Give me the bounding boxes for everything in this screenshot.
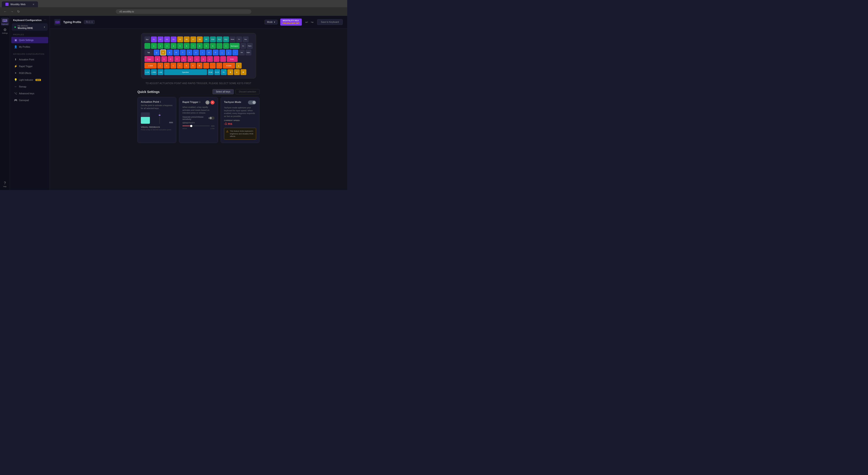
key-lalt[interactable]: L-Alt [158, 69, 163, 75]
key-6[interactable]: 6 [184, 43, 190, 49]
undo-button[interactable]: ↩ [305, 20, 309, 25]
key-2[interactable]: 2 [158, 43, 163, 49]
key-f4[interactable]: F4 [170, 36, 177, 42]
key-r[interactable]: R [174, 50, 179, 55]
key-rbracket[interactable]: ] [226, 50, 232, 55]
key-v[interactable]: V [177, 63, 183, 68]
key-q[interactable]: Q [154, 50, 160, 55]
key-i[interactable]: I [199, 50, 206, 55]
key-s[interactable]: S [161, 56, 167, 62]
key-backspace[interactable]: Backspace [230, 43, 240, 49]
rt-minimize-button[interactable]: – [206, 100, 210, 105]
rt-info-icon[interactable]: ℹ [199, 101, 200, 103]
key-left[interactable]: ◀ [227, 69, 233, 75]
mode-selector[interactable]: Mode ▾ [265, 20, 278, 24]
key-n[interactable]: N [190, 63, 196, 68]
key-o[interactable]: O [206, 50, 212, 55]
key-t[interactable]: T [180, 50, 186, 55]
key-3[interactable]: 3 [164, 43, 170, 49]
sidebar-item-actuation-point[interactable]: ⬇ Actuation Point [11, 56, 48, 63]
url-input[interactable]: v5.wootility.io [116, 9, 251, 14]
sidebar-item-advanced-keys[interactable]: ⌥ Advanced keys [11, 90, 48, 96]
rt-close-button[interactable]: ✕ [211, 100, 215, 105]
key-4[interactable]: 4 [170, 43, 177, 49]
key-right[interactable]: ▶ [241, 69, 246, 75]
key-f6[interactable]: F6 [184, 36, 190, 42]
key-lctrl[interactable]: L-Ctl [145, 69, 150, 75]
key-minus[interactable]: - [217, 43, 222, 49]
key-f8[interactable]: F8 [197, 36, 203, 42]
tachyon-toggle[interactable] [248, 100, 256, 105]
key-z[interactable]: Z [157, 63, 163, 68]
redo-button[interactable]: ↪ [310, 20, 314, 25]
key-up[interactable]: ▲ [236, 63, 242, 68]
key-pgup[interactable]: PgUp [247, 43, 253, 49]
key-k[interactable]: K [200, 56, 206, 62]
key-backtick[interactable]: ` [145, 43, 150, 49]
sidebar-menu-icon[interactable]: ⋯ [44, 19, 46, 22]
key-ralt[interactable]: R-Alt [208, 69, 214, 75]
key-c[interactable]: C [170, 63, 176, 68]
key-comma[interactable]: , [203, 63, 209, 68]
select-all-keys-button[interactable]: Select all keys [213, 89, 234, 94]
key-period[interactable]: . [210, 63, 216, 68]
sidebar-item-rgb-effects[interactable]: ✦ RGB Effects [11, 70, 48, 76]
key-tab[interactable]: Tab [145, 50, 153, 55]
rail-help-button[interactable]: ? Help [1, 180, 9, 188]
key-1[interactable]: 1 [151, 43, 157, 49]
key-7[interactable]: 7 [190, 43, 196, 49]
key-ins[interactable]: Ins [240, 43, 246, 49]
key-f2[interactable]: F2 [158, 36, 163, 42]
key-f11[interactable]: F11 [217, 36, 222, 42]
key-backslash[interactable]: \ [232, 50, 238, 55]
key-f10[interactable]: F10 [210, 36, 216, 42]
key-e[interactable]: E [167, 50, 173, 55]
ap-slider[interactable] [152, 112, 167, 124]
key-x[interactable]: X [164, 63, 170, 68]
key-y[interactable]: Y [186, 50, 192, 55]
key-9[interactable]: 9 [204, 43, 209, 49]
key-0[interactable]: 0 [210, 43, 216, 49]
key-pause[interactable]: Pau [243, 36, 249, 42]
key-f7[interactable]: F7 [190, 36, 196, 42]
sidebar-item-light-indicator[interactable]: 💡 Light Indicator NEW [11, 77, 48, 83]
sensitivity-slider[interactable] [182, 125, 210, 126]
sidebar-item-gamepad[interactable]: 🎮 Gamepad [11, 97, 48, 103]
key-lbracket[interactable]: [ [219, 50, 225, 55]
key-rctrl[interactable]: R-Ctl [214, 69, 220, 75]
actuation-info-icon[interactable]: ℹ [160, 101, 161, 103]
key-caps[interactable]: Caps [145, 56, 154, 62]
sidebar-item-quick-settings[interactable]: ▣ Quick Settings [11, 37, 48, 43]
key-w[interactable]: W [160, 50, 166, 55]
sidebar-item-remap[interactable]: ↔ Remap [11, 84, 48, 90]
sidebar-item-my-profiles[interactable]: 👤 My Profiles [11, 43, 48, 50]
key-pgdn[interactable]: PgDn [246, 50, 251, 55]
key-f5[interactable]: F5 [177, 36, 183, 42]
key-b[interactable]: B [184, 63, 189, 68]
key-lshift[interactable]: L-Shift [145, 63, 157, 68]
key-g[interactable]: G [181, 56, 187, 62]
key-del[interactable]: Del [239, 50, 245, 55]
key-slash[interactable]: / [216, 63, 222, 68]
key-h[interactable]: H [187, 56, 193, 62]
discard-selection-button[interactable]: Discard selection [236, 89, 259, 94]
key-a[interactable]: A [155, 56, 160, 62]
key-semicolon[interactable]: ; [214, 56, 219, 62]
key-f12[interactable]: F12 [223, 36, 229, 42]
key-f9[interactable]: F9 [204, 36, 209, 42]
key-f3[interactable]: F3 [164, 36, 170, 42]
key-d[interactable]: D [168, 56, 174, 62]
key-p[interactable]: P [213, 50, 219, 55]
sidebar-item-rapid-trigger[interactable]: ⚡ Rapid Trigger [11, 63, 48, 69]
key-5[interactable]: 5 [177, 43, 183, 49]
key-equals[interactable]: = [223, 43, 229, 49]
separate-toggle[interactable] [209, 117, 215, 120]
key-enter[interactable]: Enter [227, 56, 238, 62]
active-tab[interactable]: Wootility Web ✕ [2, 1, 38, 7]
key-u[interactable]: U [193, 50, 199, 55]
nav-refresh-button[interactable]: ↻ [16, 9, 21, 14]
save-to-keyboard-button[interactable]: Save to Keyboard [317, 19, 343, 25]
key-m[interactable]: M [197, 63, 203, 68]
key-lwin[interactable]: L-Win [151, 69, 157, 75]
key-space[interactable]: Spacebar [164, 69, 207, 75]
